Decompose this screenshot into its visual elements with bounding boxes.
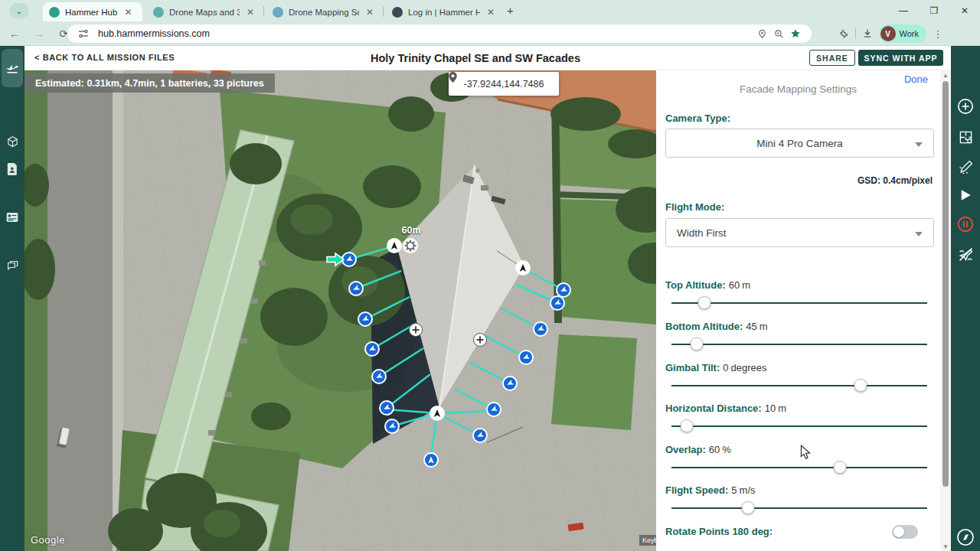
slider-thumb[interactable] — [834, 461, 847, 474]
new-tab-icon[interactable]: + — [507, 4, 514, 17]
sidebar-item-mission-list[interactable] — [0, 204, 24, 230]
slider-track — [671, 344, 927, 345]
horizontal-distance-label: Horizontal Distance:10m — [665, 403, 786, 414]
tab-close-icon[interactable]: ✕ — [124, 7, 132, 18]
rotate-points-toggle[interactable] — [892, 525, 918, 539]
window-controls: — ❐ ✕ — [888, 0, 980, 21]
tab-divider — [383, 6, 384, 17]
zoom-icon[interactable] — [770, 25, 787, 42]
overlap-label: Overlap:60% — [665, 444, 731, 455]
omnibox[interactable]: hub.hammermissions.com — [67, 24, 812, 43]
corner-marker[interactable] — [430, 406, 445, 421]
extensions-icon[interactable] — [835, 25, 852, 42]
forward-icon[interactable]: → — [29, 24, 49, 44]
pin-icon — [449, 72, 457, 83]
camera-type-select[interactable]: Mini 4 Pro Camera — [665, 129, 934, 158]
tab-title: Hammer Hub — [65, 8, 117, 17]
sidebar-item-drone-missions[interactable] — [2, 49, 23, 87]
disable-drone-button[interactable] — [951, 242, 980, 266]
minimize-icon[interactable]: — — [888, 0, 919, 21]
tab-hammer-hub[interactable]: Hammer Hub ✕ — [43, 2, 142, 21]
slider-thumb[interactable] — [742, 501, 755, 514]
tab-title: Drone Maps and 3D Models: H — [169, 8, 240, 17]
sidebar-item-chat[interactable] — [0, 253, 24, 279]
slider-thumb[interactable] — [698, 296, 711, 309]
panel-scrollbar[interactable]: ▲ ▼ — [940, 70, 951, 551]
tab-search-icon[interactable]: ⌄ — [9, 3, 29, 18]
overlap-slider[interactable] — [671, 461, 927, 474]
keyboard-shortcuts-hint[interactable]: Keyb — [639, 535, 656, 546]
corner-marker[interactable] — [515, 260, 531, 276]
mission-title: Holy Trinity Chapel SE and SW Facades — [0, 52, 951, 64]
add-waypoint-marker[interactable] — [410, 324, 423, 337]
start-marker[interactable] — [387, 238, 402, 253]
add-circle-icon — [957, 98, 974, 115]
play-icon — [959, 188, 972, 202]
slider-thumb[interactable] — [854, 379, 867, 392]
slider-thumb[interactable] — [691, 337, 704, 350]
bookmark-star-icon[interactable] — [787, 25, 804, 42]
tab-drone-maps[interactable]: Drone Maps and 3D Models: H ✕ — [147, 2, 260, 21]
tab-favicon — [273, 7, 283, 18]
close-icon[interactable]: ✕ — [949, 0, 980, 21]
sidebar-item-3d-models[interactable] — [0, 129, 24, 155]
coordinates-text: -37.9244,144.7486 — [464, 79, 544, 90]
sidebar-item-reports[interactable] — [0, 156, 24, 182]
screen: ⌄ Hammer Hub ✕ Drone Maps and 3D Models:… — [0, 0, 980, 551]
add-mission-button[interactable] — [951, 94, 980, 119]
mission-list-icon — [6, 212, 18, 223]
floorplan-tool-button[interactable] — [951, 125, 980, 149]
slider-track — [671, 467, 927, 468]
slider-thumb[interactable] — [681, 419, 694, 432]
play-mission-button[interactable] — [951, 183, 980, 207]
tab-drone-software[interactable]: Drone Mapping Software | 4D S ✕ — [266, 2, 380, 21]
flight-speed-label: Flight Speed:5m/s — [665, 484, 756, 496]
url-text[interactable]: hub.hammermissions.com — [98, 28, 753, 39]
pause-mission-button[interactable] — [951, 212, 980, 236]
share-button[interactable]: SHARE — [809, 50, 855, 66]
estimate-banner: Estimated: 0.31km, 4.7min, 1 batteries, … — [24, 73, 275, 93]
sync-with-app-button[interactable]: SYNC WITH APP — [858, 50, 943, 66]
tab-close-icon[interactable]: ✕ — [487, 7, 495, 18]
slider-track — [671, 385, 927, 386]
gimbal-tilt-slider[interactable] — [671, 380, 927, 392]
tab-favicon — [49, 7, 60, 18]
recenter-map-button[interactable] — [951, 525, 980, 549]
browser-addressbar: ← → ⟳ hub.hammermissions.com — [0, 21, 980, 46]
mission-map[interactable]: Estimated: 0.31km, 4.7min, 1 batteries, … — [24, 70, 656, 551]
site-info-icon[interactable] — [75, 25, 92, 42]
menu-kebab-icon[interactable]: ⋮ — [929, 25, 946, 42]
tab-close-icon[interactable]: ✕ — [366, 7, 374, 18]
scrollbar-thumb[interactable] — [942, 81, 949, 487]
avatar: V — [880, 26, 896, 41]
road-verge — [24, 70, 47, 551]
settings-marker-gear-icon[interactable] — [403, 238, 418, 253]
pause-icon — [957, 216, 974, 233]
scroll-up-icon[interactable]: ▲ — [940, 70, 951, 80]
coordinates-box[interactable]: -37.9244,144.7486 — [449, 72, 559, 96]
bottom-altitude-slider[interactable] — [671, 338, 927, 350]
map-attribution: Google — [31, 534, 65, 546]
report-file-icon — [7, 163, 18, 175]
flight-mode-select[interactable]: Width First — [665, 218, 934, 247]
scroll-down-icon[interactable]: ▼ — [940, 542, 951, 551]
tab-login[interactable]: Log in | Hammer Hub ✕ — [386, 2, 501, 21]
add-waypoint-marker[interactable] — [474, 334, 487, 347]
tab-title: Log in | Hammer Hub — [408, 8, 480, 17]
profile-chip[interactable]: V Work — [879, 24, 926, 43]
back-icon[interactable]: ← — [5, 24, 24, 44]
gimbal-tilt-label: Gimbal Tilt:0degrees — [665, 362, 766, 373]
lawn — [551, 334, 637, 430]
horizontal-distance-slider[interactable] — [671, 420, 927, 432]
draw-tool-button[interactable] — [951, 155, 980, 179]
satellite-map-canvas[interactable] — [24, 70, 656, 551]
location-icon[interactable] — [753, 25, 770, 42]
tab-favicon-globe-icon — [392, 7, 403, 18]
camera-type-label: Camera Type: — [665, 112, 730, 124]
downloads-icon[interactable] — [859, 25, 876, 42]
tab-close-icon[interactable]: ✕ — [247, 7, 254, 18]
top-altitude-slider[interactable] — [671, 297, 927, 309]
restore-icon[interactable]: ❐ — [919, 0, 949, 21]
flight-speed-slider[interactable] — [671, 502, 927, 514]
chevron-down-icon — [915, 232, 923, 236]
